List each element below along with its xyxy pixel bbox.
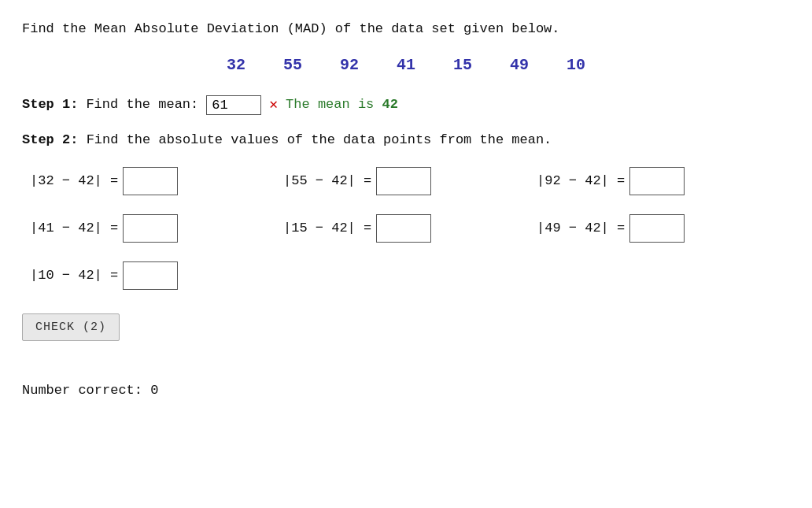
abs-row-3: |92 − 42| = bbox=[537, 167, 790, 195]
data-value-2: 55 bbox=[283, 54, 302, 77]
step2-text: Find the absolute values of the data poi… bbox=[87, 132, 552, 147]
abs-input-1[interactable] bbox=[123, 167, 178, 195]
hint-prefix: The mean is bbox=[286, 97, 382, 112]
abs-row-2: |55 − 42| = bbox=[283, 167, 537, 195]
data-value-1: 32 bbox=[227, 54, 245, 77]
abs-row-7: |10 − 42| = bbox=[30, 261, 283, 290]
abs-input-6[interactable] bbox=[629, 214, 685, 243]
abs-label-3: |92 − 42| = bbox=[537, 171, 625, 191]
abs-value-grid: |32 − 42| = |55 − 42| = |92 − 42| = |41 … bbox=[22, 167, 790, 290]
data-set-row: 32 55 92 41 15 49 10 bbox=[22, 54, 790, 77]
data-value-4: 41 bbox=[397, 54, 415, 77]
abs-input-7[interactable] bbox=[123, 261, 178, 290]
instructions-text: Find the Mean Absolute Deviation (MAD) o… bbox=[22, 19, 790, 39]
data-value-5: 15 bbox=[453, 54, 472, 77]
number-correct-label: Number correct: 0 bbox=[22, 380, 790, 401]
abs-input-5[interactable] bbox=[376, 214, 431, 243]
hint-bold-value: 42 bbox=[382, 97, 398, 112]
hint-text: The mean is 42 bbox=[286, 95, 398, 115]
step1-text: Find the mean: bbox=[86, 95, 198, 115]
abs-row-1: |32 − 42| = bbox=[30, 167, 283, 195]
x-mark-icon: ✕ bbox=[269, 95, 278, 116]
abs-input-3[interactable] bbox=[629, 167, 685, 195]
step1-input[interactable] bbox=[206, 95, 261, 115]
check-button[interactable]: CHECK (2) bbox=[22, 313, 120, 341]
step1-row: Step 1: Find the mean: ✕ The mean is 42 bbox=[22, 95, 790, 116]
abs-row-4: |41 − 42| = bbox=[30, 214, 283, 243]
abs-row-5: |15 − 42| = bbox=[283, 214, 537, 243]
step2-label-bold: Step 2: bbox=[22, 132, 78, 147]
abs-input-2[interactable] bbox=[376, 167, 431, 195]
data-value-6: 49 bbox=[510, 54, 529, 77]
abs-label-7: |10 − 42| = bbox=[30, 265, 118, 286]
abs-label-1: |32 − 42| = bbox=[30, 171, 118, 191]
abs-label-4: |41 − 42| = bbox=[30, 218, 118, 239]
abs-row-6: |49 − 42| = bbox=[537, 214, 790, 243]
data-value-3: 92 bbox=[340, 54, 359, 77]
abs-label-5: |15 − 42| = bbox=[283, 218, 371, 239]
data-value-7: 10 bbox=[567, 54, 585, 77]
step1-label: Step 1: bbox=[22, 95, 78, 115]
abs-label-6: |49 − 42| = bbox=[537, 218, 625, 239]
abs-label-2: |55 − 42| = bbox=[283, 171, 371, 191]
step2-label: Step 2: Find the absolute values of the … bbox=[22, 130, 790, 150]
abs-input-4[interactable] bbox=[123, 214, 178, 243]
